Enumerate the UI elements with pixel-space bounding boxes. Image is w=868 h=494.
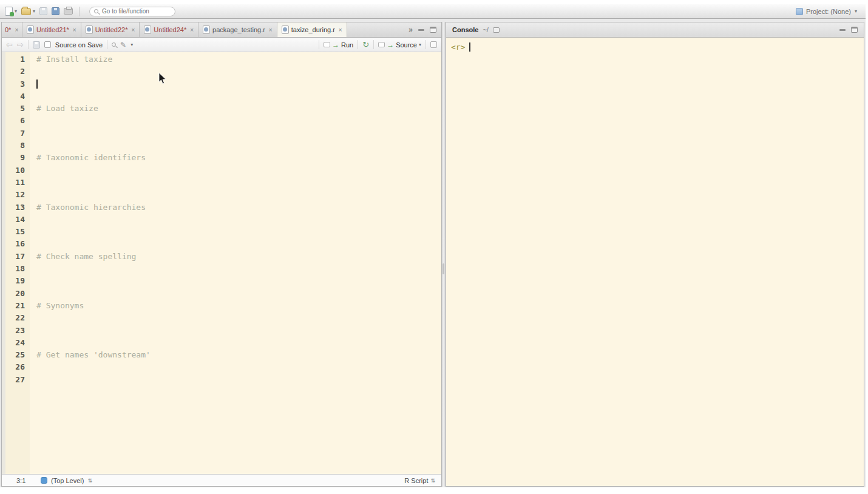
line-number: 20 xyxy=(5,288,30,300)
editor-line[interactable]: 7 xyxy=(2,127,441,140)
editor-line[interactable]: 26 xyxy=(2,361,441,373)
goto-file-function-box[interactable] xyxy=(89,7,175,16)
editor-line[interactable]: 10 xyxy=(2,164,441,177)
editor-line[interactable]: 22 xyxy=(2,312,441,324)
editor-line[interactable]: 4 xyxy=(2,90,441,103)
tab-label: Untitled21* xyxy=(36,26,69,33)
compile-notebook-icon[interactable] xyxy=(430,41,437,48)
source-caret-icon[interactable]: ▾ xyxy=(419,42,421,47)
console-header: Console ~/ xyxy=(446,22,864,38)
editor-line[interactable]: 16 xyxy=(2,238,441,250)
new-file-button[interactable]: ▾ xyxy=(5,7,17,16)
editor-tab[interactable]: package_testing.r × xyxy=(198,22,277,37)
line-text xyxy=(30,140,36,152)
save-button[interactable] xyxy=(39,7,47,15)
editor-line[interactable]: 12 xyxy=(2,189,441,201)
tab-close-icon[interactable]: × xyxy=(269,27,273,33)
maximize-pane-icon[interactable] xyxy=(430,27,436,33)
tab-close-icon[interactable]: × xyxy=(190,27,194,33)
new-file-icon xyxy=(5,7,13,16)
line-number: 17 xyxy=(5,251,30,263)
code-tools-icon[interactable]: ✎ xyxy=(120,41,126,49)
new-file-caret-icon[interactable]: ▾ xyxy=(15,8,17,14)
editor-line[interactable]: 1 # Install taxize xyxy=(2,53,441,66)
console-header-controls xyxy=(839,27,858,33)
line-text xyxy=(30,361,36,373)
open-file-button[interactable]: ▾ xyxy=(21,8,35,15)
r-file-icon xyxy=(282,25,289,34)
source-on-save-checkbox[interactable] xyxy=(44,41,51,48)
editor-line[interactable]: 11 xyxy=(2,177,441,189)
line-number: 18 xyxy=(5,263,30,275)
editor-tab[interactable]: Untitled22* × xyxy=(81,22,140,37)
r-file-icon xyxy=(86,25,93,34)
editor-line[interactable]: 20 xyxy=(2,288,441,300)
rerun-icon[interactable]: ↻ xyxy=(362,40,369,49)
line-text: # Taxonomic hierarchies xyxy=(30,201,146,214)
minimize-pane-icon[interactable] xyxy=(418,29,424,31)
editor-line[interactable]: 21 # Synonyms xyxy=(2,300,441,312)
line-number: 4 xyxy=(5,90,30,103)
line-text xyxy=(30,275,36,287)
editor-tab[interactable]: Untitled21* × xyxy=(22,22,81,37)
code-tools-caret-icon[interactable]: ▾ xyxy=(131,42,133,47)
editor-tab[interactable]: taxize_during.r × xyxy=(277,22,347,37)
source-button[interactable]: → Source ▾ xyxy=(378,41,421,49)
line-number: 27 xyxy=(5,374,30,386)
minimize-pane-icon[interactable] xyxy=(839,29,846,31)
pane-resize-handle[interactable] xyxy=(442,22,446,487)
toolbar-separator xyxy=(373,40,374,49)
tab-label: taxize_during.r xyxy=(291,26,335,33)
editor-toolbar: ⇦ ⇨ Source on Save ✎ ▾ → Run ↻ xyxy=(2,38,441,52)
editor-line[interactable]: 19 xyxy=(2,275,441,287)
editor-line[interactable]: 25 # Get names 'downstream' xyxy=(2,349,441,361)
back-icon[interactable]: ⇦ xyxy=(6,41,13,49)
file-type-selector[interactable]: R Script xyxy=(404,477,428,484)
tab-overflow-icon[interactable]: » xyxy=(409,25,413,34)
open-file-caret-icon[interactable]: ▾ xyxy=(33,8,35,14)
scope-selector[interactable]: (Top Level) xyxy=(51,477,84,484)
line-number: 24 xyxy=(5,337,30,349)
line-number: 25 xyxy=(5,349,30,361)
editor-line[interactable]: 15 xyxy=(2,226,441,238)
code-editor[interactable]: 1 # Install taxize 2 3 4 5 # Load taxize… xyxy=(2,52,441,474)
editor-line[interactable]: 27 xyxy=(2,374,441,386)
goto-file-function-input[interactable] xyxy=(101,7,168,15)
tab-close-icon[interactable]: × xyxy=(339,27,342,33)
editor-line[interactable]: 2 xyxy=(2,66,441,78)
source-pane: 0* × Untitled21* × Untitled22* × Untitle… xyxy=(1,22,442,487)
run-button[interactable]: → Run xyxy=(324,41,353,49)
tab-close-icon[interactable]: × xyxy=(132,27,135,33)
console-output[interactable]: <r> xyxy=(446,38,864,486)
editor-line[interactable]: 5 # Load taxize xyxy=(2,103,441,115)
editor-line[interactable]: 23 xyxy=(2,325,441,337)
editor-line[interactable]: 17 # Check name spelling xyxy=(2,251,441,263)
save-all-button[interactable] xyxy=(52,7,59,15)
print-button[interactable] xyxy=(64,8,73,15)
editor-line[interactable]: 6 xyxy=(2,115,441,127)
forward-icon[interactable]: ⇨ xyxy=(17,41,24,49)
editor-line[interactable]: 3 xyxy=(2,78,441,90)
working-dir-icon[interactable] xyxy=(493,27,500,33)
project-selector[interactable]: Project: (None) ▾ xyxy=(796,8,861,15)
workspace: 0* × Untitled21* × Untitled22* × Untitle… xyxy=(1,22,864,487)
line-text: # Taxonomic identifiers xyxy=(30,152,146,164)
editor-line[interactable]: 9 # Taxonomic identifiers xyxy=(2,152,441,164)
editor-line[interactable]: 14 xyxy=(2,214,441,226)
editor-line[interactable]: 8 xyxy=(2,140,441,152)
tab-close-icon[interactable]: × xyxy=(15,27,18,33)
line-text xyxy=(30,226,36,238)
editor-line[interactable]: 18 xyxy=(2,263,441,275)
editor-tab[interactable]: Untitled24* × xyxy=(140,22,198,37)
maximize-pane-icon[interactable] xyxy=(851,27,858,33)
editor-status-bar: 3:1 (Top Level) ⇅ R Script ⇅ xyxy=(2,474,441,486)
editor-line[interactable]: 24 xyxy=(2,337,441,349)
tab-close-icon[interactable]: × xyxy=(73,27,76,33)
console-pane: Console ~/ <r> xyxy=(446,22,864,487)
r-file-icon xyxy=(144,25,151,34)
editor-tab[interactable]: 0* × xyxy=(2,22,22,37)
find-replace-icon[interactable] xyxy=(112,42,116,47)
save-file-icon[interactable] xyxy=(33,41,40,49)
toolbar-separator xyxy=(319,40,319,49)
editor-line[interactable]: 13 # Taxonomic hierarchies xyxy=(2,201,441,214)
